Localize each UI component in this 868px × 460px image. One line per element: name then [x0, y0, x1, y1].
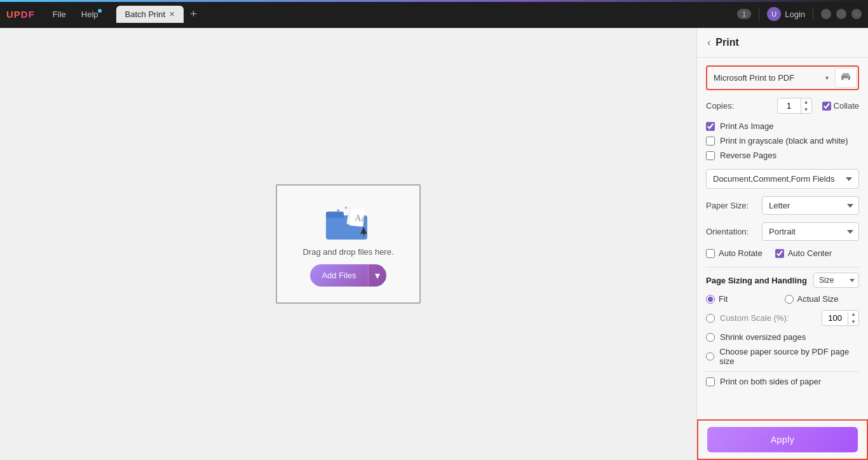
print-both-sides-checkbox[interactable]	[706, 377, 715, 386]
apply-button-wrap: Apply	[697, 419, 868, 460]
size-radio-grid: Fit Actual Size	[706, 294, 859, 304]
app-logo: UPDF	[6, 9, 35, 20]
add-files-dropdown-arrow[interactable]: ▾	[368, 264, 386, 287]
copies-down-arrow[interactable]: ▼	[801, 106, 811, 114]
orientation-label: Orientation:	[706, 227, 757, 236]
print-grayscale-checkbox[interactable]	[706, 137, 715, 145]
auto-rotate-checkbox[interactable]	[706, 249, 715, 258]
orientation-select[interactable]: Portrait Landscape	[762, 222, 859, 241]
scale-down-arrow[interactable]: ▼	[848, 318, 858, 326]
titlebar-right: 1 U Login — ❐ ✕	[737, 7, 862, 21]
svg-text:Aa: Aa	[355, 213, 366, 223]
loading-bar	[0, 0, 868, 2]
reverse-pages-checkbox[interactable]	[706, 151, 715, 160]
add-files-main-button[interactable]: Add Files	[310, 264, 367, 287]
add-tab-button[interactable]: +	[186, 6, 201, 22]
tab-bar: Batch Print ✕ +	[116, 6, 731, 23]
copies-label: Copies:	[706, 101, 734, 111]
collate-label: Collate	[834, 101, 859, 111]
print-grayscale-row: Print in grayscale (black and white)	[706, 136, 859, 145]
print-both-sides-row: Print on both sides of paper	[706, 377, 859, 386]
page-sizing-dropdown[interactable]: Size Tile Multiple Booklet	[813, 273, 859, 288]
actual-size-radio[interactable]	[785, 295, 794, 304]
custom-scale-label: Custom Scale (%):	[720, 313, 789, 323]
fit-label: Fit	[719, 294, 728, 304]
actual-size-radio-row: Actual Size	[785, 294, 860, 304]
svg-rect-10	[843, 78, 848, 81]
print-as-image-row: Print As Image	[706, 121, 859, 131]
login-button[interactable]: U Login	[767, 7, 805, 21]
orientation-row: Orientation: Portrait Landscape	[706, 222, 859, 241]
apply-button[interactable]: Apply	[707, 427, 858, 452]
scale-input-wrap: ▲ ▼	[822, 310, 859, 326]
close-button[interactable]: ✕	[851, 9, 862, 19]
menu-bar: File Help	[46, 7, 105, 22]
tab-batch-print[interactable]: Batch Print ✕	[116, 6, 184, 23]
custom-scale-row: Custom Scale (%): ▲ ▼	[706, 310, 859, 326]
shrink-oversized-label: Shrink oversized pages	[720, 332, 806, 342]
printer-select[interactable]: Microsoft Print to PDF	[709, 69, 822, 86]
panel-title: Print	[715, 37, 738, 48]
panel-back-button[interactable]: ‹	[707, 37, 710, 48]
maximize-button[interactable]: ❐	[836, 9, 846, 19]
main-layout: Aa ✦ ✦ Drag and drop files here. Add Fil…	[0, 28, 868, 460]
svg-text:✦: ✦	[344, 205, 348, 211]
actual-size-label: Actual Size	[797, 294, 839, 304]
printer-selector-row: Microsoft Print to PDF ▾	[706, 65, 859, 90]
separator2	[813, 8, 813, 20]
fit-radio[interactable]	[706, 295, 715, 304]
scale-up-arrow[interactable]: ▲	[848, 311, 858, 318]
paper-size-label: Paper Size:	[706, 201, 757, 210]
divider1	[706, 267, 859, 267]
svg-rect-1	[326, 212, 344, 218]
svg-point-11	[848, 76, 849, 78]
folder-icon: Aa ✦ ✦	[323, 201, 374, 240]
custom-scale-radio[interactable]	[706, 314, 715, 323]
print-as-image-checkbox[interactable]	[706, 122, 715, 131]
scale-input[interactable]	[822, 311, 848, 325]
auto-center-checkbox[interactable]	[775, 249, 784, 258]
copies-input-wrap: ▲ ▼	[777, 98, 812, 114]
print-grayscale-label: Print in grayscale (black and white)	[720, 136, 848, 145]
menu-help[interactable]: Help	[75, 7, 105, 22]
collate-check: Collate	[822, 101, 859, 111]
reverse-pages-label: Reverse Pages	[720, 151, 776, 160]
drop-zone-text: Drag and drop files here.	[302, 247, 393, 257]
copies-up-arrow[interactable]: ▲	[801, 98, 811, 106]
auto-options-row: Auto Rotate Auto Center	[706, 248, 859, 258]
reverse-pages-row: Reverse Pages	[706, 151, 859, 160]
version-badge[interactable]: 1	[737, 9, 751, 19]
paper-size-select[interactable]: Letter A4 A3	[762, 196, 859, 215]
printer-dropdown-arrow-icon: ▾	[825, 74, 831, 81]
collate-checkbox[interactable]	[822, 102, 831, 111]
panel-body: Microsoft Print to PDF ▾ Copies:	[697, 58, 868, 399]
help-notification-dot	[98, 9, 102, 13]
page-sizing-header: Page Sizing and Handling Size Tile Multi…	[706, 273, 859, 288]
choose-paper-source-label: Choose paper source by PDF page size	[719, 347, 859, 366]
copies-input[interactable]	[778, 99, 801, 112]
panel-header: ‹ Print	[697, 28, 868, 58]
print-both-sides-label: Print on both sides of paper	[720, 377, 821, 386]
document-dropdown[interactable]: Document,Comment,Form Fields	[706, 169, 859, 189]
choose-paper-source-radio[interactable]	[706, 352, 714, 361]
page-sizing-title: Page Sizing and Handling	[706, 276, 807, 285]
menu-file[interactable]: File	[46, 7, 72, 22]
print-as-image-label: Print As Image	[720, 121, 774, 131]
shrink-oversized-radio[interactable]	[706, 333, 715, 342]
separator	[759, 8, 759, 20]
drop-zone[interactable]: Aa ✦ ✦ Drag and drop files here. Add Fil…	[276, 184, 421, 304]
auto-rotate-label: Auto Rotate	[719, 248, 763, 258]
fit-radio-row: Fit	[706, 294, 781, 304]
add-files-button[interactable]: Add Files ▾	[310, 264, 386, 287]
choose-paper-source-row: Choose paper source by PDF page size	[706, 347, 859, 366]
printer-settings-button[interactable]	[835, 68, 857, 88]
auto-rotate-item: Auto Rotate	[706, 248, 763, 258]
document-dropdown-row: Document,Comment,Form Fields	[706, 169, 859, 189]
svg-text:✦: ✦	[336, 207, 341, 214]
copies-row: Copies: ▲ ▼ Collate	[706, 98, 859, 114]
tab-close-icon[interactable]: ✕	[169, 10, 175, 18]
minimize-button[interactable]: —	[821, 9, 831, 19]
login-label: Login	[785, 10, 805, 19]
auto-center-label: Auto Center	[788, 248, 832, 258]
titlebar: UPDF File Help Batch Print ✕ + 1 U Login…	[0, 0, 868, 28]
